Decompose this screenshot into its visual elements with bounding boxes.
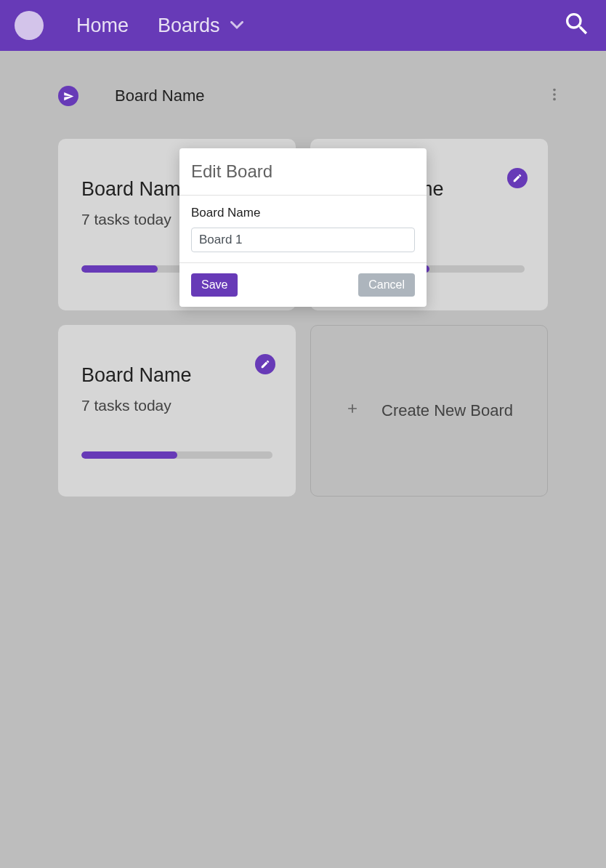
progress-fill: [81, 451, 177, 459]
nav-boards[interactable]: Boards: [158, 15, 243, 37]
modal-title: Edit Board: [191, 161, 415, 182]
edit-icon[interactable]: [507, 168, 528, 188]
nav-boards-label: Boards: [158, 15, 220, 37]
ellipsis-icon[interactable]: [546, 87, 562, 105]
board-header: Board Name: [58, 86, 548, 106]
card-title: Board Name: [81, 364, 272, 387]
svg-point-2: [553, 98, 556, 101]
modal-header: Edit Board: [179, 148, 427, 196]
modal-body: Board Name: [179, 196, 427, 263]
paper-plane-icon: [58, 86, 78, 106]
navbar: Home Boards: [0, 0, 606, 51]
board-title: Board Name: [115, 87, 205, 105]
svg-point-0: [553, 89, 556, 92]
svg-point-1: [553, 93, 556, 96]
edit-board-modal: Edit Board Board Name Save Cancel: [179, 148, 427, 307]
modal-footer: Save Cancel: [179, 263, 427, 307]
chevron-down-icon: [230, 19, 243, 32]
avatar[interactable]: [15, 11, 44, 40]
card-subtitle: 7 tasks today: [81, 397, 272, 414]
nav-home[interactable]: Home: [76, 15, 129, 37]
progress-fill: [81, 265, 158, 273]
edit-icon[interactable]: [255, 354, 275, 374]
plus-icon: [345, 401, 360, 420]
board-name-input[interactable]: [191, 228, 415, 252]
board-name-label: Board Name: [191, 206, 415, 220]
create-new-board-label: Create New Board: [381, 401, 513, 420]
save-button[interactable]: Save: [191, 273, 238, 297]
search-icon[interactable]: [562, 9, 591, 41]
create-new-board-card[interactable]: Create New Board: [310, 325, 548, 497]
board-card[interactable]: Board Name 7 tasks today: [58, 325, 296, 497]
cancel-button[interactable]: Cancel: [358, 273, 415, 297]
progress-bar: [81, 451, 272, 459]
